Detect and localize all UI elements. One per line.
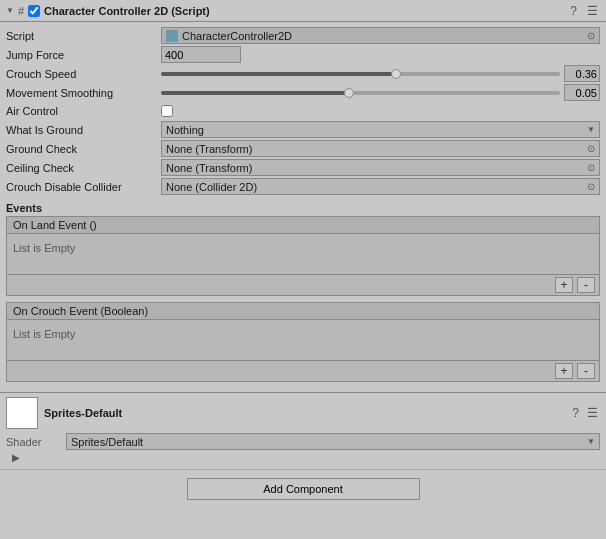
sprites-preview (6, 397, 38, 429)
shader-dropdown[interactable]: Sprites/Default ▼ (66, 433, 600, 450)
script-value-field[interactable]: CharacterController2D ⊙ (161, 27, 600, 44)
shader-row: Shader Sprites/Default ▼ (6, 433, 600, 450)
ceiling-check-field: None (Transform) ⊙ (161, 159, 600, 176)
on-land-remove-btn[interactable]: - (577, 277, 595, 293)
crouch-speed-thumb[interactable] (391, 69, 401, 79)
movement-smoothing-label: Movement Smoothing (6, 87, 161, 99)
collapse-row: ▶ (6, 450, 600, 465)
crouch-speed-row: Crouch Speed (0, 64, 606, 83)
collapse-arrow-icon[interactable]: ▼ (6, 6, 14, 15)
jump-force-row: Jump Force (0, 45, 606, 64)
events-section: Events On Land Event () List is Empty + … (6, 202, 600, 382)
component-header: ▼ # Character Controller 2D (Script) ? ☰ (0, 0, 606, 22)
sprites-help-icon[interactable]: ? (570, 406, 581, 420)
sprites-title: Sprites-Default (44, 407, 564, 419)
movement-smoothing-row: Movement Smoothing (0, 83, 606, 102)
on-land-event-header: On Land Event () (7, 217, 599, 234)
air-control-label: Air Control (6, 105, 161, 117)
what-is-ground-value: Nothing (166, 124, 587, 136)
ground-check-label: Ground Check (6, 143, 161, 155)
what-is-ground-dropdown[interactable]: Nothing ▼ (161, 121, 600, 138)
on-crouch-event-block: On Crouch Event (Boolean) List is Empty … (6, 302, 600, 382)
script-select-icon[interactable]: ⊙ (587, 30, 595, 41)
what-is-ground-arrow-icon: ▼ (587, 125, 595, 134)
crouch-disable-select-btn[interactable]: ⊙ (587, 181, 595, 192)
events-label: Events (6, 202, 600, 214)
script-icon (166, 30, 178, 42)
sprites-settings-icon[interactable]: ☰ (585, 406, 600, 420)
jump-force-input[interactable] (161, 46, 241, 63)
what-is-ground-label: What Is Ground (6, 124, 161, 136)
settings-icon[interactable]: ☰ (585, 4, 600, 18)
on-crouch-add-btn[interactable]: + (555, 363, 573, 379)
air-control-row: Air Control (0, 102, 606, 120)
help-icon[interactable]: ? (568, 4, 579, 18)
script-name: CharacterController2D (182, 30, 587, 42)
component-body: Script CharacterController2D ⊙ Jump Forc… (0, 22, 606, 392)
enabled-checkbox[interactable] (28, 5, 40, 17)
on-land-empty-label: List is Empty (13, 238, 593, 258)
hash-icon: # (18, 5, 24, 17)
shader-label: Shader (6, 436, 66, 448)
on-crouch-event-header: On Crouch Event (Boolean) (7, 303, 599, 320)
crouch-speed-label: Crouch Speed (6, 68, 161, 80)
add-component-button[interactable]: Add Component (187, 478, 420, 500)
on-land-event-block: On Land Event () List is Empty + - (6, 216, 600, 296)
header-icons: ? ☰ (568, 4, 600, 18)
component-title: Character Controller 2D (Script) (44, 5, 564, 17)
on-crouch-empty-label: List is Empty (13, 324, 593, 344)
sprites-header-icons: ? ☰ (570, 406, 600, 420)
crouch-speed-track[interactable] (161, 72, 560, 76)
ground-check-row: Ground Check None (Transform) ⊙ (0, 139, 606, 158)
on-crouch-event-body: List is Empty (7, 320, 599, 360)
sprites-header: Sprites-Default ? ☰ (6, 397, 600, 429)
on-land-add-btn[interactable]: + (555, 277, 573, 293)
crouch-disable-row: Crouch Disable Collider None (Collider 2… (0, 177, 606, 196)
add-component-bar: Add Component (0, 469, 606, 508)
what-is-ground-row: What Is Ground Nothing ▼ (0, 120, 606, 139)
movement-smoothing-value[interactable] (564, 84, 600, 101)
ground-check-field: None (Transform) ⊙ (161, 140, 600, 157)
script-row: Script CharacterController2D ⊙ (0, 26, 606, 45)
script-label: Script (6, 30, 161, 42)
ground-check-select-btn[interactable]: ⊙ (587, 143, 595, 154)
on-land-event-footer: + - (7, 274, 599, 295)
movement-smoothing-slider-container (161, 84, 600, 101)
sprites-collapse-icon[interactable]: ▶ (12, 452, 20, 463)
on-crouch-remove-btn[interactable]: - (577, 363, 595, 379)
movement-smoothing-fill (161, 91, 349, 95)
sprites-section: Sprites-Default ? ☰ Shader Sprites/Defau… (0, 392, 606, 469)
ceiling-check-row: Ceiling Check None (Transform) ⊙ (0, 158, 606, 177)
crouch-speed-slider-container (161, 65, 600, 82)
jump-force-label: Jump Force (6, 49, 161, 61)
on-crouch-event-footer: + - (7, 360, 599, 381)
ceiling-check-label: Ceiling Check (6, 162, 161, 174)
ground-check-value: None (Transform) (166, 143, 587, 155)
movement-smoothing-thumb[interactable] (344, 88, 354, 98)
crouch-disable-value: None (Collider 2D) (166, 181, 587, 193)
air-control-checkbox[interactable] (161, 105, 173, 117)
ceiling-check-value: None (Transform) (166, 162, 587, 174)
on-land-event-body: List is Empty (7, 234, 599, 274)
crouch-speed-fill (161, 72, 396, 76)
shader-value: Sprites/Default (71, 436, 587, 448)
shader-arrow-icon: ▼ (587, 437, 595, 446)
crouch-speed-value[interactable] (564, 65, 600, 82)
crouch-disable-field: None (Collider 2D) ⊙ (161, 178, 600, 195)
movement-smoothing-track[interactable] (161, 91, 560, 95)
ceiling-check-select-btn[interactable]: ⊙ (587, 162, 595, 173)
crouch-disable-label: Crouch Disable Collider (6, 181, 161, 193)
